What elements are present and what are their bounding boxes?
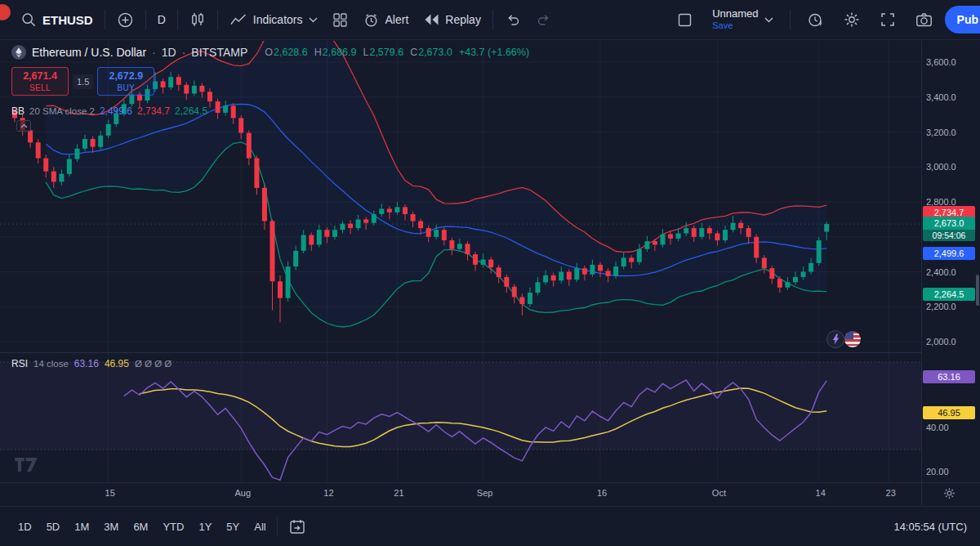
time-axis-label: Aug — [233, 488, 252, 498]
us-flag-event-icon[interactable] — [844, 330, 862, 348]
buy-button[interactable]: 2,672.9 BUY — [97, 67, 154, 96]
search-icon — [20, 11, 37, 28]
time-axis-label: 14 — [811, 488, 831, 498]
time-axis-label: 23 — [881, 488, 901, 498]
fullscreen-button[interactable] — [872, 7, 903, 33]
tradingview-logo — [15, 458, 39, 472]
price-scale-scrollbar[interactable] — [976, 275, 979, 306]
bb-basis-value: 2,499.6 — [100, 105, 132, 117]
go-to-date-button[interactable] — [282, 513, 313, 539]
bb-lower-price-badge: 2,264.5 — [923, 288, 975, 301]
range-button-1d[interactable]: 1D — [11, 517, 38, 537]
separator-dot: · — [182, 46, 186, 59]
range-button-all[interactable]: All — [247, 517, 272, 537]
sell-label: SELL — [12, 83, 68, 94]
rsi-value: 63.16 — [74, 358, 99, 369]
range-button-3m[interactable]: 3M — [97, 517, 125, 537]
chart-settings-button[interactable] — [836, 7, 867, 33]
time-axis-label: 12 — [318, 488, 338, 498]
range-button-5d[interactable]: 5D — [40, 517, 67, 537]
top-toolbar: ETHUSD D Indicators Alert — [0, 0, 980, 40]
crypto-event-icon[interactable] — [826, 330, 844, 348]
grid-layout-icon — [332, 12, 348, 28]
legend-collapse-button[interactable] — [16, 120, 31, 132]
toolbar-divider — [277, 517, 278, 536]
separator-dot: · — [152, 46, 156, 59]
range-button-5y[interactable]: 5Y — [220, 517, 246, 537]
sell-button[interactable]: 2,671.4 SELL — [11, 67, 69, 96]
ohlc-values: O2,628.6 H2,686.9 L2,579.6 C2,673.0 +43.… — [265, 47, 529, 58]
indicators-label: Indicators — [253, 13, 303, 26]
legend-interval: 1D — [162, 46, 176, 59]
time-axis-settings-gear-icon[interactable] — [943, 487, 956, 499]
clock-bolt-icon — [807, 11, 824, 29]
interval-button[interactable]: D — [150, 7, 173, 33]
symbol-search-button[interactable]: ETHUSD — [13, 7, 100, 33]
symbol-legend[interactable]: Ethereum / U.S. Dollar · 1D · BITSTAMP O… — [11, 45, 529, 60]
price-axis-label: 2,200.0 — [926, 302, 956, 311]
legend-exchange: BITSTAMP — [191, 46, 247, 59]
price-axis-label: 3,000.0 — [926, 162, 956, 172]
camera-icon — [915, 12, 933, 28]
change-value: +43.7 (+1.66%) — [459, 47, 529, 58]
symbol-name: ETHUSD — [42, 13, 93, 27]
indicators-button[interactable]: Indicators — [222, 7, 325, 33]
time-axis-label: 16 — [592, 488, 612, 498]
redo-icon — [536, 11, 552, 28]
pane-separator[interactable] — [0, 352, 921, 353]
toolbar-divider — [177, 10, 178, 29]
time-axis-border — [0, 482, 980, 483]
calendar-goto-icon — [289, 519, 305, 535]
range-button-1y[interactable]: 1Y — [192, 517, 218, 537]
chevron-down-icon — [309, 17, 318, 23]
bb-indicator-legend[interactable]: BB 20 SMA close 2 2,499.6 2,734.7 2,264.… — [11, 105, 529, 117]
quick-actions-button[interactable] — [800, 7, 831, 33]
bar-replay-button[interactable]: Replay — [416, 7, 488, 33]
rsi-pane-canvas[interactable] — [0, 353, 921, 482]
spread-value: 1.5 — [73, 74, 93, 89]
alarm-clock-icon — [363, 11, 380, 29]
low-value: 2,579.6 — [369, 47, 403, 58]
rsi-indicator-legend[interactable]: RSI 14 close 63.16 46.95 Ø Ø Ø Ø — [11, 358, 172, 369]
square-outline-icon — [677, 12, 693, 28]
snapshot-button[interactable] — [908, 7, 940, 33]
session-clock[interactable]: 14:05:54 (UTC) — [893, 521, 967, 533]
rsi-ma-value: 46.95 — [105, 358, 129, 369]
undo-button[interactable] — [497, 7, 528, 33]
symbol-title: Ethereum / U.S. Dollar — [32, 46, 146, 59]
price-axis-label: 2,400.0 — [926, 267, 956, 277]
chart-region: 3,600.03,400.03,200.03,000.02,800.02,600… — [0, 0, 980, 546]
toolbar-divider — [492, 10, 493, 29]
bb-name: BB — [11, 105, 24, 117]
toolbar-divider — [105, 10, 105, 29]
gear-icon — [844, 11, 860, 28]
publish-button[interactable]: Pub — [945, 6, 980, 34]
price-axis-label: 3,400.0 — [926, 92, 956, 102]
time-axis-label: 21 — [389, 488, 408, 498]
range-button-1m[interactable]: 1M — [68, 517, 96, 537]
save-link[interactable]: Save — [712, 20, 733, 31]
bb-lower-value: 2,264.5 — [175, 105, 207, 117]
layout-templates-button[interactable] — [325, 7, 355, 33]
publish-label: Pub — [957, 13, 978, 26]
layout-select-button[interactable] — [670, 7, 700, 33]
toolbar-divider — [217, 10, 218, 29]
indicators-icon — [229, 11, 247, 28]
plus-circle-icon — [117, 11, 134, 29]
create-alert-button[interactable]: Alert — [355, 7, 416, 33]
layout-name-button[interactable]: Unnamed Save — [705, 7, 780, 33]
time-axis-label: 15 — [100, 488, 120, 498]
toolbar-divider — [790, 10, 791, 29]
last-price-value: 2,673.0 — [923, 217, 975, 230]
bb-basis-price-badge: 2,499.6 — [923, 247, 975, 260]
compare-add-symbol-button[interactable] — [109, 7, 141, 33]
bb-params: 20 SMA close 2 — [29, 106, 95, 116]
time-axis-label: Oct — [709, 488, 728, 498]
redo-button[interactable] — [528, 7, 559, 33]
rsi-axis-label: 20.00 — [926, 467, 949, 477]
range-button-6m[interactable]: 6M — [127, 517, 154, 537]
range-button-ytd[interactable]: YTD — [156, 517, 190, 537]
chart-style-button[interactable] — [182, 7, 213, 33]
chevron-down-icon — [764, 17, 773, 23]
replay-icon — [423, 13, 439, 26]
